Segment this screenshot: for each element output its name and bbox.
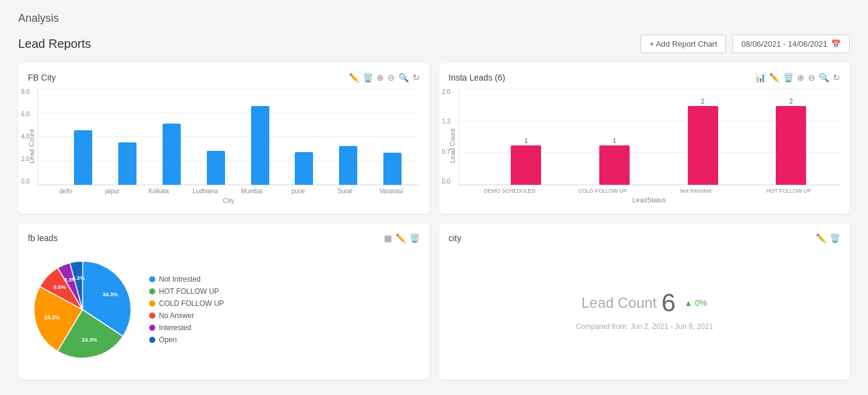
bars-group: 1122 xyxy=(477,88,841,185)
stat-card-content: Lead Count 6 ▲ 0% Compared from: Jun 2, … xyxy=(449,249,841,370)
calendar-icon: 📅 xyxy=(831,39,841,48)
bar-item: 2 xyxy=(659,98,747,185)
stat-label: Lead Count xyxy=(581,294,656,311)
fb-city-bar-chart: Lead Count 8.06.04.02.00.0 xyxy=(28,88,420,204)
add-icon[interactable]: ⊕ xyxy=(377,73,384,82)
bar-item: 2 xyxy=(747,98,835,185)
bar-item xyxy=(193,151,238,185)
svg-text:34.3%: 34.3% xyxy=(103,291,118,297)
x-axis-label: LeadStatus xyxy=(459,196,841,204)
legend-label: No Answer xyxy=(159,311,194,320)
delete-icon[interactable]: 🗑️ xyxy=(783,73,793,82)
reports-title: Lead Reports xyxy=(18,37,91,51)
x-axis-label: City xyxy=(38,197,420,204)
bar-item xyxy=(282,152,326,185)
add-icon[interactable]: ⊕ xyxy=(797,73,804,82)
svg-text:24.3%: 24.3% xyxy=(82,337,98,343)
legend-label: Open xyxy=(159,336,177,344)
x-label: HOT FOLLOW UP xyxy=(742,188,835,194)
y-ticks: 8.06.04.02.00.0 xyxy=(21,88,30,185)
edit-icon[interactable]: ✏️ xyxy=(769,73,779,82)
y-ticks: 2.01.30.70.0 xyxy=(442,88,451,185)
pie-legend: Not IntrestedHOT FOLLOW UPCOLD FOLLOW UP… xyxy=(149,275,224,344)
zoom-icon[interactable]: 🔍 xyxy=(399,73,409,82)
svg-text:4.3%: 4.3% xyxy=(72,275,85,281)
delete-icon[interactable]: 🗑️ xyxy=(409,233,420,243)
x-label: Ludhiana xyxy=(182,188,229,194)
x-label: COLD FOLLOW UP xyxy=(556,188,649,194)
arrow-up-icon: ▲ xyxy=(684,298,693,308)
bar-item: 1 xyxy=(570,138,659,185)
bar-item xyxy=(106,142,150,185)
legend-item: Not Intrested xyxy=(149,275,224,284)
stat-change: ▲ 0% xyxy=(684,298,707,308)
fb-leads-chart-card: fb leads ▦ ✏️ 🗑️ 34.3%24.3%24.3%8.6%4.3%… xyxy=(18,224,429,380)
bars-group xyxy=(56,88,420,185)
x-label: Mumbai xyxy=(229,188,275,194)
fb-city-chart-title: FB City xyxy=(28,73,56,82)
delete-icon[interactable]: 🗑️ xyxy=(363,73,373,82)
fb-leads-chart-title: fb leads xyxy=(28,233,58,243)
refresh-icon[interactable]: ↻ xyxy=(412,73,420,82)
minus-icon[interactable]: ⊖ xyxy=(388,73,395,82)
edit-icon[interactable]: ✏️ xyxy=(816,233,826,243)
edit-icon[interactable]: ✏️ xyxy=(349,73,359,82)
chart-type-icon[interactable]: 📊 xyxy=(755,73,765,82)
pie-chart: 34.3%24.3%24.3%8.6%4.3%4.3% xyxy=(28,255,137,364)
x-label: Kolkata xyxy=(135,188,182,194)
x-labels: delhijaipurKolkataLudhianaMumbaipuneSura… xyxy=(38,185,420,194)
legend-item: COLD FOLLOW UP xyxy=(149,299,224,308)
refresh-icon[interactable]: ↻ xyxy=(833,73,840,82)
insta-leads-chart-title: Insta Leads (6) xyxy=(449,73,505,82)
bar-item xyxy=(326,146,371,185)
bar-item xyxy=(238,106,282,185)
x-label: Not Intrested xyxy=(649,188,742,194)
legend-label: COLD FOLLOW UP xyxy=(159,299,224,308)
change-pct: 0% xyxy=(695,298,707,308)
pie-chart-wrapper: 34.3%24.3%24.3%8.6%4.3%4.3% Not Intreste… xyxy=(28,249,420,370)
x-label: jaipur xyxy=(89,188,136,194)
legend-label: HOT FOLLOW UP xyxy=(159,287,219,296)
bar-item xyxy=(61,130,106,185)
bar-chart-icon[interactable]: ▦ xyxy=(384,233,392,243)
bar-item: 1 xyxy=(482,138,571,185)
city-stat-card: city ✏️ 🗑️ Lead Count 6 ▲ 0% Compared fr… xyxy=(439,224,850,380)
x-label: delhi xyxy=(42,188,89,194)
fb-city-chart-card: FB City ✏️ 🗑️ ⊕ ⊖ 🔍 ↻ Lead Count xyxy=(18,63,429,214)
svg-text:24.3%: 24.3% xyxy=(44,314,60,320)
charts-grid: FB City ✏️ 🗑️ ⊕ ⊖ 🔍 ↻ Lead Count xyxy=(18,63,850,380)
legend-item: No Answer xyxy=(149,311,224,320)
bar-item xyxy=(150,124,194,185)
date-range-text: 08/06/2021 - 14/06/2021 xyxy=(741,39,827,48)
insta-leads-bar-chart: Lead Count 2.01.30.70.0 xyxy=(449,88,841,204)
zoom-icon[interactable]: 🔍 xyxy=(819,73,829,82)
city-stat-title: city xyxy=(449,233,462,243)
bar-item xyxy=(371,153,415,185)
x-label: DEMO SCHEDULED xyxy=(463,188,556,194)
x-label: Surat xyxy=(321,188,368,194)
edit-icon[interactable]: ✏️ xyxy=(395,233,406,243)
legend-item: HOT FOLLOW UP xyxy=(149,287,224,296)
delete-icon[interactable]: 🗑️ xyxy=(830,233,840,243)
legend-item: Interested xyxy=(149,324,224,332)
add-report-button[interactable]: + Add Report Chart xyxy=(641,35,727,53)
stat-value: 6 xyxy=(662,288,676,317)
x-labels: DEMO SCHEDULEDCOLD FOLLOW UPNot Intreste… xyxy=(459,185,841,194)
page-title: Analysis xyxy=(18,12,850,25)
x-label: pune xyxy=(275,188,321,194)
svg-text:8.6%: 8.6% xyxy=(53,284,66,290)
date-range-button[interactable]: 08/06/2021 - 14/06/2021 📅 xyxy=(732,35,850,53)
x-label: Varanasi xyxy=(368,188,415,194)
stat-compared: Compared from: Jun 2, 2021 - Jun 8, 2021 xyxy=(576,322,713,331)
legend-label: Interested xyxy=(159,324,191,332)
insta-leads-chart-card: Insta Leads (6) 📊 ✏️ 🗑️ ⊕ ⊖ 🔍 ↻ Lead Cou… xyxy=(439,63,850,214)
minus-icon[interactable]: ⊖ xyxy=(808,73,815,82)
legend-item: Open xyxy=(149,336,224,344)
legend-label: Not Intrested xyxy=(159,275,201,284)
